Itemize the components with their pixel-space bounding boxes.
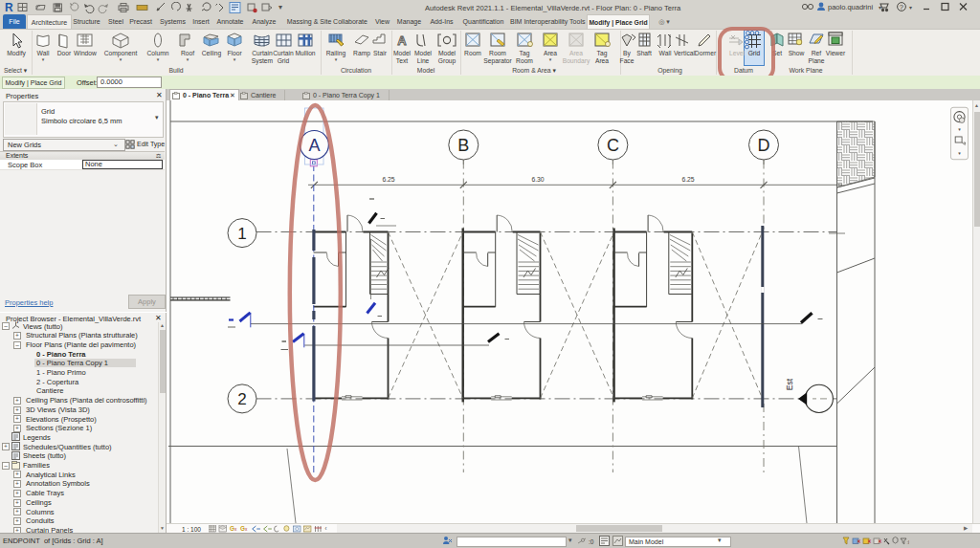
- svg-text::0: :0: [907, 539, 910, 545]
- svg-text:A: A: [397, 33, 407, 48]
- svg-text:Model: Model: [438, 50, 457, 56]
- svg-text:Line: Line: [417, 57, 430, 64]
- svg-text:6.25: 6.25: [382, 176, 394, 183]
- svg-text:Room & Area ▾: Room & Area ▾: [512, 67, 556, 74]
- svg-text:Wall: Wall: [37, 50, 50, 56]
- svg-text:✕: ✕: [867, 538, 872, 544]
- svg-text:Model: Model: [393, 50, 412, 56]
- svg-text:Group: Group: [438, 57, 457, 65]
- svg-text:C: C: [607, 136, 619, 155]
- svg-text:‹: ‹: [325, 525, 327, 532]
- svg-text:Ceiling: Ceiling: [202, 50, 222, 57]
- svg-text:Area: Area: [544, 50, 557, 56]
- svg-text:Est: Est: [785, 378, 794, 390]
- svg-text:Room: Room: [489, 50, 506, 56]
- svg-text:▾: ▾: [958, 126, 961, 132]
- svg-text:Ref: Ref: [812, 50, 822, 56]
- svg-text:✕: ✕: [878, 538, 882, 544]
- svg-text:Curtain: Curtain: [252, 50, 273, 56]
- svg-text:▾: ▾: [234, 56, 236, 62]
- svg-text:x: x: [234, 527, 237, 532]
- svg-text:Separator: Separator: [483, 57, 512, 65]
- svg-text:Curtain: Curtain: [273, 50, 294, 56]
- svg-text:▾: ▾: [120, 56, 122, 62]
- svg-text:▾: ▾: [42, 56, 45, 62]
- svg-text:Text: Text: [396, 57, 408, 64]
- svg-text:1: 1: [237, 225, 246, 243]
- svg-text:System: System: [252, 57, 274, 65]
- svg-text:Window: Window: [74, 50, 97, 56]
- svg-text:Tag: Tag: [597, 50, 608, 57]
- svg-text:Circulation: Circulation: [341, 67, 371, 74]
- svg-text:▾: ▾: [958, 150, 961, 156]
- svg-text:?: ?: [900, 3, 903, 11]
- svg-text:Plane: Plane: [808, 57, 824, 64]
- svg-text:Tag: Tag: [520, 50, 530, 57]
- svg-text:Shaft: Shaft: [636, 50, 652, 56]
- svg-text:paolo.quadrini: paolo.quadrini: [828, 3, 873, 11]
- svg-text:Room: Room: [464, 50, 481, 56]
- svg-text:Door: Door: [57, 50, 72, 56]
- svg-text:▾: ▾: [909, 5, 912, 11]
- svg-text:Face: Face: [620, 57, 635, 64]
- svg-text:Model: Model: [414, 50, 433, 56]
- svg-text:2: 2: [237, 390, 246, 408]
- svg-text:x: x: [245, 527, 248, 532]
- svg-text:B: B: [457, 136, 469, 155]
- svg-text:Dormer: Dormer: [695, 50, 717, 56]
- svg-text:Model: Model: [417, 67, 435, 74]
- svg-text:Show: Show: [789, 50, 805, 56]
- svg-text:Stair: Stair: [373, 50, 388, 56]
- svg-text:Select ▾: Select ▾: [4, 67, 28, 74]
- svg-text:Work Plane: Work Plane: [789, 67, 822, 74]
- svg-text:Floor: Floor: [227, 50, 242, 56]
- svg-text:6.30: 6.30: [531, 176, 544, 183]
- svg-text:Grid: Grid: [278, 57, 290, 64]
- svg-text:Mullion: Mullion: [295, 50, 315, 56]
- svg-text:▾: ▾: [549, 56, 552, 62]
- svg-text:Opening: Opening: [657, 67, 682, 75]
- svg-text:Wall: Wall: [659, 50, 672, 56]
- svg-text:D: D: [758, 136, 770, 155]
- svg-text:✕: ✕: [857, 538, 861, 544]
- svg-text:▾: ▾: [335, 56, 338, 62]
- svg-text::0: :0: [589, 538, 594, 545]
- svg-text:Modify: Modify: [7, 50, 26, 57]
- svg-text:Room: Room: [516, 57, 533, 64]
- svg-text:Build: Build: [168, 67, 183, 74]
- svg-text:Ramp: Ramp: [353, 50, 370, 57]
- svg-text:Boundary: Boundary: [563, 57, 590, 65]
- svg-text:Area: Area: [569, 50, 583, 56]
- svg-text:Column: Column: [146, 50, 168, 56]
- svg-text:▾: ▾: [157, 56, 160, 62]
- svg-text:Area: Area: [595, 57, 609, 64]
- svg-text:Viewer: Viewer: [826, 50, 846, 56]
- svg-text:By: By: [623, 50, 631, 57]
- svg-text:▾: ▾: [187, 56, 189, 62]
- svg-text:A: A: [308, 136, 320, 155]
- svg-text:Vertical: Vertical: [674, 50, 695, 56]
- svg-text:6.25: 6.25: [681, 176, 694, 183]
- svg-text:Roof: Roof: [181, 50, 194, 56]
